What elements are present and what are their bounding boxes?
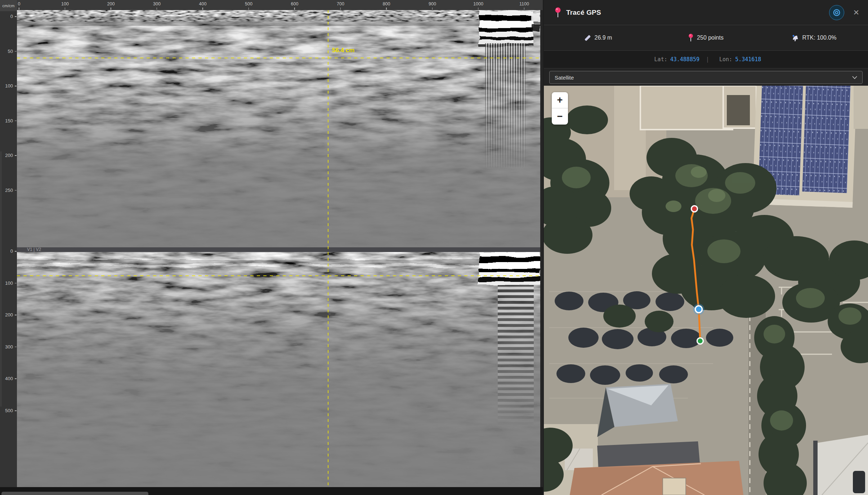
lat-value: 43.488859 <box>670 56 699 63</box>
gps-stats-row: 26.9 m 250 points RTK: 100.0% <box>544 25 868 51</box>
gps-track-svg <box>544 86 868 495</box>
gps-track-line <box>692 209 700 341</box>
depth-cursor-line-bottom[interactable] <box>17 275 540 276</box>
depth-tick-0: 0 <box>0 248 17 254</box>
vertical-scrollbar[interactable] <box>0 151 2 407</box>
ruler-tick-600: 600 <box>291 0 299 10</box>
track-current-marker[interactable] <box>695 306 702 313</box>
stat-points: 250 points <box>652 33 760 42</box>
horizontal-scrollbar-thumb[interactable] <box>1 492 148 495</box>
zoom-out-button[interactable]: − <box>552 108 568 125</box>
track-start-marker[interactable] <box>692 206 698 212</box>
ruler-icon <box>584 34 591 41</box>
target-icon <box>833 9 841 17</box>
depth-tick-500: 500 <box>0 408 17 414</box>
basemap-dropdown[interactable]: Satellite <box>549 71 863 84</box>
ruler-tick-1100: 1100 <box>519 0 529 10</box>
trace-cursor-vertical-line[interactable] <box>328 10 328 487</box>
ruler-tick-400: 400 <box>199 0 207 10</box>
gps-panel-header: Tracé GPS ✕ <box>544 0 868 25</box>
horizontal-scrollbar-track <box>0 487 543 495</box>
lat-label: Lat: <box>654 56 667 63</box>
ruler-tick-900: 900 <box>429 0 436 10</box>
chevron-down-icon <box>852 76 857 79</box>
coord-separator: | <box>706 56 709 63</box>
radargram-viewer: 010020030040050060070080090010001100 050… <box>0 0 543 495</box>
ruler-tick-800: 800 <box>383 0 390 10</box>
stat-rtk-label: RTK: 100.0% <box>802 35 837 41</box>
strong-reflector-band-top <box>479 11 540 47</box>
radargram-bottom-panel[interactable] <box>17 252 540 487</box>
depth-tick-400: 400 <box>0 376 17 382</box>
panel-title: Tracé GPS <box>566 9 601 17</box>
stat-points-label: 250 points <box>697 35 724 41</box>
stat-distance-label: 26.9 m <box>595 35 612 41</box>
map-zoom-control: + − <box>552 92 568 125</box>
gps-coordinates-row: Lat: 43.488859 | Lon: 5.341618 <box>544 51 868 68</box>
close-panel-button[interactable]: ✕ <box>853 9 859 16</box>
ruler-tick-0: 0 <box>18 0 21 10</box>
track-end-marker[interactable] <box>697 338 703 344</box>
depth-tick-300: 300 <box>0 344 17 350</box>
basemap-select-row: Satellite <box>544 68 868 86</box>
center-on-track-button[interactable] <box>829 5 844 20</box>
ruler-tick-500: 500 <box>245 0 252 10</box>
stat-rtk: RTK: 100.0% <box>760 34 868 41</box>
ruler-tick-700: 700 <box>337 0 344 10</box>
gpr-application-window: 010020030040050060070080090010001100 050… <box>0 0 868 495</box>
depth-cursor-line-top[interactable] <box>17 58 540 58</box>
pin-icon <box>555 7 561 18</box>
depth-axis-gutter: 050100150200250 0100200300400500 <box>0 10 17 495</box>
zoom-in-button[interactable]: + <box>552 92 568 108</box>
depth-tick-100: 100 <box>0 280 17 286</box>
axis-unit-label: cm/cm <box>0 0 17 11</box>
radargram-top-canvas[interactable] <box>17 10 540 247</box>
strong-reflector-band-bottom <box>479 252 540 285</box>
radargram-bottom-canvas[interactable] <box>17 252 540 487</box>
satellite-map[interactable]: + − <box>544 86 868 495</box>
lon-value: 5.341618 <box>735 56 761 63</box>
basemap-dropdown-value: Satellite <box>555 75 574 81</box>
lon-label: Lon: <box>719 56 732 63</box>
antenna-icon <box>792 34 799 41</box>
ruler-tick-300: 300 <box>153 0 161 10</box>
ruler-tick-100: 100 <box>61 0 69 10</box>
stat-distance: 26.9 m <box>544 34 652 41</box>
depth-tick-200: 200 <box>0 312 17 318</box>
depth-readout-label: 56.4 cm <box>332 47 354 54</box>
gps-trace-panel: Tracé GPS ✕ 26.9 m <box>544 0 868 495</box>
depth-axis-bottom-panel: 0100200300400500 <box>0 10 17 495</box>
radargram-top-panel[interactable] <box>17 10 540 247</box>
ruler-tick-1000: 1000 <box>473 0 483 10</box>
profile-divider-bar: V1 | V2 <box>17 247 540 252</box>
horizontal-distance-ruler[interactable]: 010020030040050060070080090010001100 <box>0 0 543 10</box>
ruler-tick-200: 200 <box>107 0 115 10</box>
pin-icon <box>688 33 693 42</box>
